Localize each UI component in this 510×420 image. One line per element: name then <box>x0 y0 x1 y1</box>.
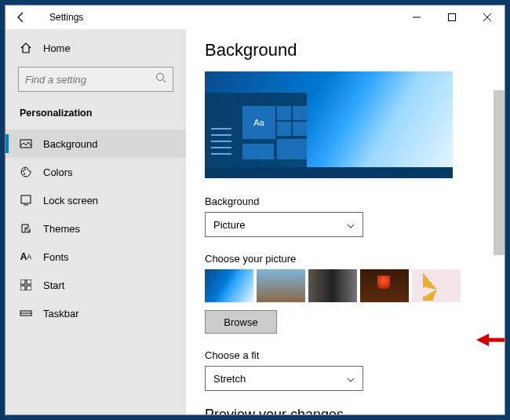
titlebar: Settings <box>5 5 505 29</box>
thumbnail-2[interactable] <box>257 269 305 302</box>
svg-rect-15 <box>27 286 31 290</box>
window-title: Settings <box>49 12 83 23</box>
desktop-preview: Aa <box>205 71 453 178</box>
maximize-button[interactable] <box>434 5 469 29</box>
settings-window: Settings Home Personalization Background <box>5 5 505 415</box>
svg-rect-14 <box>20 286 25 290</box>
nav-label: Lock screen <box>43 195 98 206</box>
choose-picture-label: Choose your picture <box>205 253 486 265</box>
close-button[interactable] <box>469 5 505 29</box>
fonts-icon: AA <box>20 250 32 263</box>
window-controls <box>399 5 505 29</box>
nav-themes[interactable]: Themes <box>5 214 186 243</box>
chevron-down-icon <box>347 219 355 231</box>
main-panel: Background Aa Background Picture <box>186 29 505 415</box>
nav-start[interactable]: Start <box>5 271 186 299</box>
nav-lock-screen[interactable]: Lock screen <box>5 186 186 214</box>
preview-changes-heading: Preview your changes <box>205 407 486 415</box>
picture-thumbnails <box>205 269 486 302</box>
sidebar: Home Personalization Background Colors L… <box>5 29 186 415</box>
nav-label: Start <box>43 279 64 291</box>
home-link[interactable]: Home <box>5 35 186 60</box>
svg-point-7 <box>23 170 24 172</box>
home-icon <box>20 42 32 54</box>
scrollbar[interactable] <box>494 90 505 255</box>
fit-label: Choose a fit <box>205 349 486 361</box>
close-icon <box>483 13 491 21</box>
nav-label: Themes <box>43 223 80 235</box>
svg-rect-1 <box>448 14 455 21</box>
arrow-left-icon <box>16 12 27 23</box>
content: Home Personalization Background Colors L… <box>5 29 505 415</box>
background-dropdown[interactable]: Picture <box>205 212 363 237</box>
taskbar-icon <box>20 307 32 320</box>
thumbnail-5[interactable] <box>412 269 461 302</box>
minimize-button[interactable] <box>399 5 434 29</box>
home-label: Home <box>43 42 71 54</box>
page-heading: Background <box>205 40 486 60</box>
dropdown-value: Stretch <box>213 373 246 385</box>
section-heading: Personalization <box>5 103 186 130</box>
nav-label: Taskbar <box>43 308 79 320</box>
sample-text-tile: Aa <box>242 106 275 139</box>
svg-point-9 <box>24 173 25 175</box>
svg-line-5 <box>163 80 166 83</box>
start-icon <box>20 279 32 291</box>
nav-label: Fonts <box>43 251 69 263</box>
chevron-down-icon <box>347 373 355 385</box>
picture-icon <box>20 137 32 150</box>
palette-icon <box>20 166 32 178</box>
back-button[interactable] <box>12 8 31 27</box>
search-box[interactable] <box>18 67 173 92</box>
nav-fonts[interactable]: AA Fonts <box>5 243 186 271</box>
thumbnail-3[interactable] <box>308 269 357 302</box>
browse-button[interactable]: Browse <box>205 310 277 334</box>
nav-colors[interactable]: Colors <box>5 158 186 186</box>
nav-taskbar[interactable]: Taskbar <box>5 299 186 327</box>
dropdown-value: Picture <box>213 219 245 231</box>
nav-label: Background <box>43 138 97 150</box>
nav-label: Colors <box>43 166 73 178</box>
fit-dropdown[interactable]: Stretch <box>205 366 363 391</box>
nav-background[interactable]: Background <box>5 130 186 158</box>
svg-rect-10 <box>21 195 31 203</box>
themes-icon <box>20 222 32 235</box>
browse-label: Browse <box>224 316 257 328</box>
minimize-icon <box>413 13 421 21</box>
lock-screen-icon <box>20 194 32 206</box>
maximize-icon <box>448 13 456 21</box>
svg-point-4 <box>157 74 164 81</box>
svg-point-8 <box>24 169 26 170</box>
background-label: Background <box>205 195 486 207</box>
thumbnail-1[interactable] <box>205 269 253 302</box>
search-icon <box>155 72 166 86</box>
thumbnail-4[interactable] <box>360 269 409 302</box>
search-input[interactable] <box>25 74 166 86</box>
svg-rect-13 <box>27 279 31 284</box>
svg-rect-12 <box>20 279 25 284</box>
